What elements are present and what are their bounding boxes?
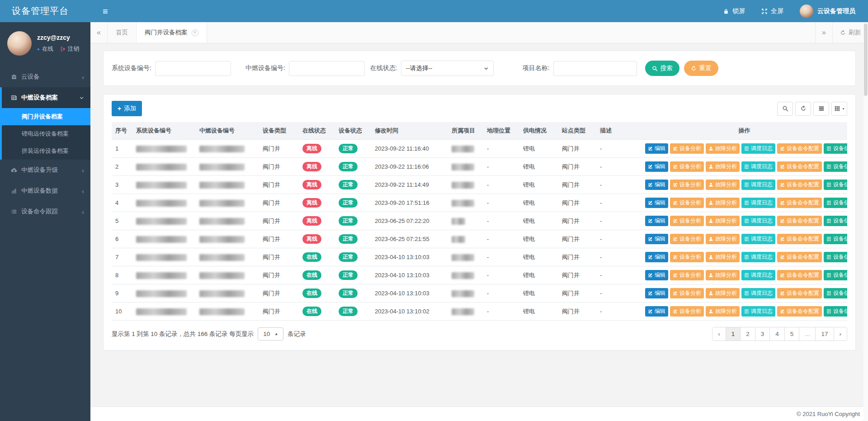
tabs-scroll-left-button[interactable]: « xyxy=(90,22,108,43)
device-analysis-button[interactable]: 设备分析 xyxy=(670,143,704,154)
project-name-input[interactable] xyxy=(553,61,637,76)
device-analysis-button[interactable]: 设备分析 xyxy=(670,216,704,226)
user-menu[interactable]: 云设备管理员 xyxy=(800,5,855,18)
table-toggle-view-button[interactable] xyxy=(813,102,829,116)
device-info-button[interactable]: 设备信息 xyxy=(824,180,847,190)
fault-analysis-button[interactable]: 故障分析 xyxy=(706,216,740,226)
fault-analysis-button[interactable]: 故障分析 xyxy=(706,234,740,244)
device-info-button[interactable]: 设备信息 xyxy=(824,216,847,226)
fullscreen-button[interactable]: 全屏 xyxy=(761,7,783,15)
fault-analysis-button[interactable]: 故障分析 xyxy=(706,198,740,208)
device-command-config-button[interactable]: 设备命令配置 xyxy=(777,180,822,190)
fault-analysis-button[interactable]: 故障分析 xyxy=(706,288,740,298)
device-info-button[interactable]: 设备信息 xyxy=(824,198,847,208)
table-columns-button[interactable]: ▾ xyxy=(831,102,847,116)
page-17-button[interactable]: 17 xyxy=(815,327,833,341)
tab-valve-well-archive[interactable]: 阀门井设备档案× xyxy=(137,22,207,43)
device-analysis-button[interactable]: 设备分析 xyxy=(670,306,704,317)
device-info-button[interactable]: 设备信息 xyxy=(824,143,847,154)
device-command-config-button[interactable]: 设备命令配置 xyxy=(777,143,822,154)
device-command-config-button[interactable]: 设备命令配置 xyxy=(777,288,822,298)
sidebar-item-zhongran-device-data[interactable]: 中燃设备数据‹ xyxy=(0,180,90,201)
edit-button[interactable]: 编辑 xyxy=(645,270,668,280)
device-analysis-button[interactable]: 设备分析 xyxy=(670,180,704,190)
edit-button[interactable]: 编辑 xyxy=(645,306,668,317)
device-analysis-button[interactable]: 设备分析 xyxy=(670,270,704,280)
device-info-button[interactable]: 设备信息 xyxy=(824,161,847,172)
dispatch-log-button[interactable]: 调度日志 xyxy=(741,161,775,172)
page-3-button[interactable]: 3 xyxy=(755,327,770,341)
next-page-button[interactable]: › xyxy=(834,327,847,341)
fault-analysis-button[interactable]: 故障分析 xyxy=(706,161,740,172)
device-analysis-button[interactable]: 设备分析 xyxy=(670,234,704,244)
search-button[interactable]: 搜索 xyxy=(645,61,679,76)
refresh-tab-button[interactable]: 刷新 xyxy=(832,22,868,43)
edit-button[interactable]: 编辑 xyxy=(645,234,668,244)
sidebar-item-cloud-device[interactable]: 云设备‹ xyxy=(0,66,90,87)
table-refresh-button[interactable] xyxy=(795,102,811,116)
page-5-button[interactable]: 5 xyxy=(784,327,799,341)
logout-link[interactable]: 注销 xyxy=(60,45,79,53)
dispatch-log-button[interactable]: 调度日志 xyxy=(741,288,775,298)
tabs-scroll-right-button[interactable]: » xyxy=(815,22,832,43)
device-info-button[interactable]: 设备信息 xyxy=(824,288,847,298)
page-size-dropdown[interactable]: 10 ▲ xyxy=(258,327,283,341)
prev-page-button[interactable]: ‹ xyxy=(712,327,726,341)
dispatch-log-button[interactable]: 调度日志 xyxy=(741,234,775,244)
fault-analysis-button[interactable]: 故障分析 xyxy=(706,270,740,280)
sidebar-toggle-icon[interactable]: ≡ xyxy=(103,7,108,16)
page-2-button[interactable]: 2 xyxy=(740,327,755,341)
device-command-config-button[interactable]: 设备命令配置 xyxy=(777,216,822,226)
edit-button[interactable]: 编辑 xyxy=(645,288,668,298)
edit-button[interactable]: 编辑 xyxy=(645,216,668,226)
gas-device-no-input[interactable] xyxy=(289,61,365,76)
sidebar-item-zhongran-device-upgrade[interactable]: 中燃设备升级‹ xyxy=(0,160,90,180)
add-button[interactable]: + 添加 xyxy=(112,101,142,116)
system-device-no-input[interactable] xyxy=(155,61,231,76)
device-command-config-button[interactable]: 设备命令配置 xyxy=(777,252,822,262)
sidebar-subitem-lithium-remote-archive[interactable]: 锂电远传设备档案 xyxy=(2,125,90,142)
device-info-button[interactable]: 设备信息 xyxy=(824,270,847,280)
device-analysis-button[interactable]: 设备分析 xyxy=(670,252,704,262)
edit-button[interactable]: 编辑 xyxy=(645,180,668,190)
dispatch-log-button[interactable]: 调度日志 xyxy=(741,180,775,190)
device-command-config-button[interactable]: 设备命令配置 xyxy=(777,234,822,244)
page-1-button[interactable]: 1 xyxy=(726,327,741,341)
fault-analysis-button[interactable]: 故障分析 xyxy=(706,306,740,317)
tab-home[interactable]: 首页 xyxy=(108,22,137,43)
device-command-config-button[interactable]: 设备命令配置 xyxy=(777,306,822,317)
dispatch-log-button[interactable]: 调度日志 xyxy=(741,306,775,317)
edit-button[interactable]: 编辑 xyxy=(645,161,668,172)
dispatch-log-button[interactable]: 调度日志 xyxy=(741,143,775,154)
device-command-config-button[interactable]: 设备命令配置 xyxy=(777,198,822,208)
device-analysis-button[interactable]: 设备分析 xyxy=(670,198,704,208)
online-status-select[interactable]: --请选择-- xyxy=(401,61,494,76)
table-search-button[interactable] xyxy=(777,102,793,116)
dispatch-log-button[interactable]: 调度日志 xyxy=(741,216,775,226)
device-info-button[interactable]: 设备信息 xyxy=(824,234,847,244)
edit-button[interactable]: 编辑 xyxy=(645,252,668,262)
device-command-config-button[interactable]: 设备命令配置 xyxy=(777,270,822,280)
page-4-button[interactable]: 4 xyxy=(769,327,784,341)
sidebar-item-zhongran-device-archive[interactable]: 中燃设备档案 xyxy=(2,87,90,108)
device-analysis-button[interactable]: 设备分析 xyxy=(670,161,704,172)
dispatch-log-button[interactable]: 调度日志 xyxy=(741,198,775,208)
fault-analysis-button[interactable]: 故障分析 xyxy=(706,252,740,262)
close-tab-icon[interactable]: × xyxy=(192,29,198,36)
device-command-config-button[interactable]: 设备命令配置 xyxy=(777,161,822,172)
reset-button[interactable]: 重置 xyxy=(684,61,718,76)
dispatch-log-button[interactable]: 调度日志 xyxy=(741,270,775,280)
fault-analysis-button[interactable]: 故障分析 xyxy=(706,180,740,190)
fault-analysis-button[interactable]: 故障分析 xyxy=(706,143,740,154)
edit-button[interactable]: 编辑 xyxy=(645,198,668,208)
sidebar-subitem-valve-well-archive[interactable]: 阀门井设备档案 xyxy=(2,108,90,125)
dispatch-log-button[interactable]: 调度日志 xyxy=(741,252,775,262)
device-analysis-button[interactable]: 设备分析 xyxy=(670,288,704,298)
scrollbar-thumb[interactable] xyxy=(864,24,868,96)
device-info-button[interactable]: 设备信息 xyxy=(824,306,847,317)
device-info-button[interactable]: 设备信息 xyxy=(824,252,847,262)
scrollbar[interactable] xyxy=(863,22,868,421)
lock-screen-button[interactable]: 锁屏 xyxy=(723,7,745,15)
sidebar-item-device-command-trace[interactable]: 设备命令跟踪‹ xyxy=(0,201,90,222)
sidebar-subitem-assembled-remote-archive[interactable]: 拼装远传设备档案 xyxy=(2,142,90,160)
